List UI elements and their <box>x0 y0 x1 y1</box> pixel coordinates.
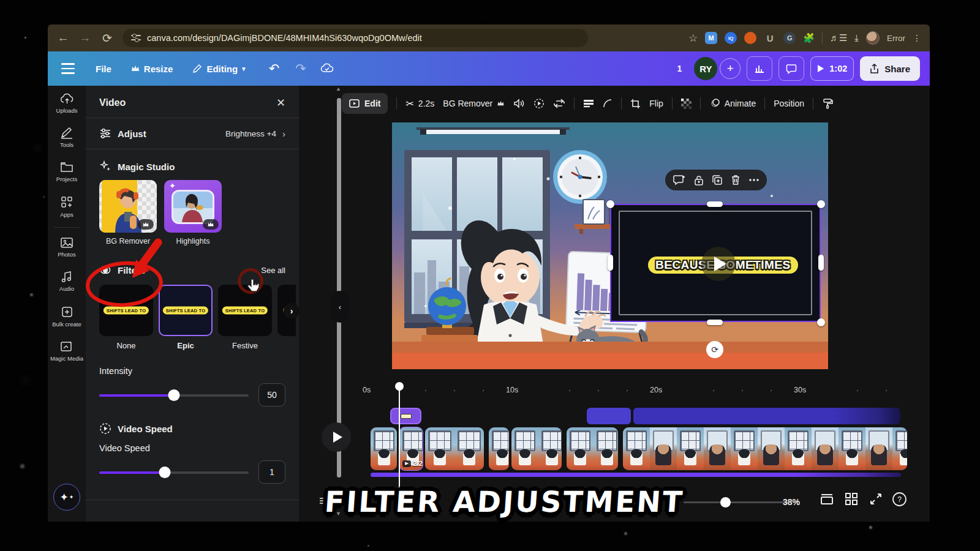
filter-option-none[interactable]: SHIFTS LEAD TO None <box>99 285 153 350</box>
more-options-icon[interactable] <box>749 179 759 181</box>
transparency-button[interactable] <box>681 99 692 109</box>
video-clip[interactable] <box>623 427 907 470</box>
intensity-value[interactable]: 50 <box>258 383 285 407</box>
download-icon[interactable]: ⤓ <box>854 32 859 43</box>
add-member-button[interactable]: + <box>720 58 741 79</box>
crop-button[interactable] <box>630 99 641 109</box>
chrome-menu-icon[interactable]: ⋮ <box>913 33 921 43</box>
audio-track-segment-1[interactable] <box>587 408 631 424</box>
video-speed-slider[interactable] <box>99 467 249 478</box>
resize-handle-s[interactable] <box>707 320 723 325</box>
file-menu[interactable]: File <box>96 64 111 74</box>
video-clip[interactable] <box>489 427 509 470</box>
selected-video-element[interactable]: BECAUSE SOMETIMES <box>610 204 821 322</box>
extension-u-icon[interactable]: U <box>764 32 776 44</box>
play-preview-button[interactable]: 1:02 <box>810 56 854 81</box>
user-avatar[interactable]: RY <box>694 57 717 80</box>
resize-handle-n[interactable] <box>707 201 723 207</box>
extensions-puzzle-icon[interactable]: 🧩 <box>803 32 815 43</box>
edit-button[interactable]: Edit <box>342 93 388 114</box>
chrome-profile-avatar[interactable] <box>866 31 880 45</box>
magic-card-bg-remover[interactable]: BG Remover <box>99 180 157 246</box>
resize-handle-ne[interactable] <box>817 200 825 208</box>
sidebar-item-uploads[interactable]: Uploads <box>48 86 86 120</box>
address-bar[interactable]: canva.com/design/DAGimjBDONE/48MHIM4hSi6… <box>123 29 588 47</box>
fullscreen-icon[interactable] <box>869 492 883 509</box>
extension-iq-icon[interactable]: IQ <box>725 32 737 44</box>
see-all-link[interactable]: See all <box>261 266 285 275</box>
magic-card-highlights[interactable]: ✦ Highlights <box>164 180 222 246</box>
resize-handle-e[interactable] <box>818 255 824 271</box>
playback-speed-button[interactable] <box>533 98 545 109</box>
sidebar-item-bulk-create[interactable]: Bulk create <box>48 299 86 334</box>
video-speed-value[interactable]: 1 <box>258 460 285 484</box>
media-playlist-icon[interactable]: ♬☰ <box>830 32 847 43</box>
lock-icon[interactable] <box>694 174 704 186</box>
intensity-slider[interactable] <box>99 389 249 400</box>
audio-strip[interactable] <box>371 473 901 477</box>
resize-handle-nw[interactable] <box>606 200 614 208</box>
adjust-row[interactable]: Adjust Brightness +4 › <box>86 118 299 149</box>
sidebar-item-projects[interactable]: Projects <box>48 155 86 189</box>
video-clip[interactable] <box>511 427 562 470</box>
adjust-levels-button[interactable] <box>583 99 594 108</box>
zoom-percent[interactable]: 38% <box>783 497 800 507</box>
trash-icon[interactable] <box>731 174 741 186</box>
extension-g-icon[interactable]: G <box>783 32 796 44</box>
site-settings-icon[interactable] <box>131 34 141 42</box>
extension-orange-icon[interactable] <box>744 32 756 44</box>
loop-button[interactable] <box>553 99 565 108</box>
copy-style-button[interactable] <box>822 98 833 109</box>
forward-icon[interactable]: → <box>78 31 92 45</box>
sidebar-item-apps[interactable]: Apps <box>48 189 86 224</box>
filter-option-festive[interactable]: SHIFTS LEAD TO Festive <box>218 285 272 350</box>
insights-button[interactable] <box>747 56 772 81</box>
menu-hamburger-icon[interactable] <box>61 63 75 74</box>
url-text[interactable]: canva.com/design/DAGimjBDONE/48MHIM4hSi6… <box>147 33 422 43</box>
help-icon[interactable]: ? <box>892 492 907 509</box>
reload-icon[interactable]: ⟳ <box>100 31 114 45</box>
video-clip[interactable] <box>425 427 484 470</box>
back-icon[interactable]: ← <box>56 31 70 45</box>
duplicate-icon[interactable] <box>712 174 723 186</box>
canva-assistant-button[interactable]: ✦✦ <box>53 484 80 511</box>
collapse-panel-button[interactable]: ‹ <box>331 291 349 323</box>
animate-button[interactable]: Animate <box>709 98 756 109</box>
filter-scroll-right-icon[interactable]: › <box>284 303 299 319</box>
timeline-play-button[interactable] <box>322 422 351 452</box>
resize-handle-w[interactable] <box>608 255 613 271</box>
extension-m-icon[interactable]: M <box>705 32 717 44</box>
filter-option-epic[interactable]: SHIFTS LEAD TO Epic <box>159 285 213 350</box>
fit-page-icon[interactable] <box>820 492 834 509</box>
bookmark-star-icon[interactable]: ☆ <box>688 32 698 45</box>
curve-button[interactable] <box>603 99 612 108</box>
flip-button[interactable]: Flip <box>649 99 663 108</box>
comments-button[interactable] <box>778 56 804 81</box>
editing-mode-menu[interactable]: Editing▾ <box>192 64 245 74</box>
zoom-slider[interactable] <box>684 497 789 507</box>
sidebar-item-photos[interactable]: Photos <box>48 230 86 264</box>
sidebar-item-magic-media[interactable]: Magic Media <box>48 334 86 368</box>
filter-option-more[interactable]: SH › <box>277 285 296 350</box>
sidebar-item-tools[interactable]: Tools <box>48 120 86 154</box>
bg-remover-button[interactable]: BG Remover <box>443 99 505 108</box>
share-button[interactable]: Share <box>860 56 920 81</box>
trim-button[interactable]: ✂ 2.2s <box>405 98 434 110</box>
playhead[interactable] <box>395 382 404 391</box>
selected-text-track-clip[interactable] <box>390 408 421 424</box>
volume-button[interactable] <box>513 99 525 108</box>
resize-handle-se[interactable] <box>817 318 825 326</box>
video-clip-selected[interactable]: ▶2.2 <box>399 427 423 470</box>
redo-icon[interactable]: ↷ <box>295 61 306 76</box>
audio-track-segment-2[interactable] <box>633 408 900 424</box>
resize-menu[interactable]: Resize <box>131 64 173 74</box>
close-panel-icon[interactable]: ✕ <box>276 96 285 110</box>
rotate-handle[interactable]: ⟳ <box>706 341 723 358</box>
element-play-overlay-icon[interactable] <box>701 247 736 281</box>
undo-icon[interactable]: ↶ <box>269 61 280 76</box>
comment-add-icon[interactable] <box>673 174 685 186</box>
position-button[interactable]: Position <box>774 99 804 108</box>
video-clip[interactable] <box>371 427 397 470</box>
sidebar-item-audio[interactable]: Audio <box>48 264 86 298</box>
grid-view-icon[interactable] <box>844 492 859 509</box>
